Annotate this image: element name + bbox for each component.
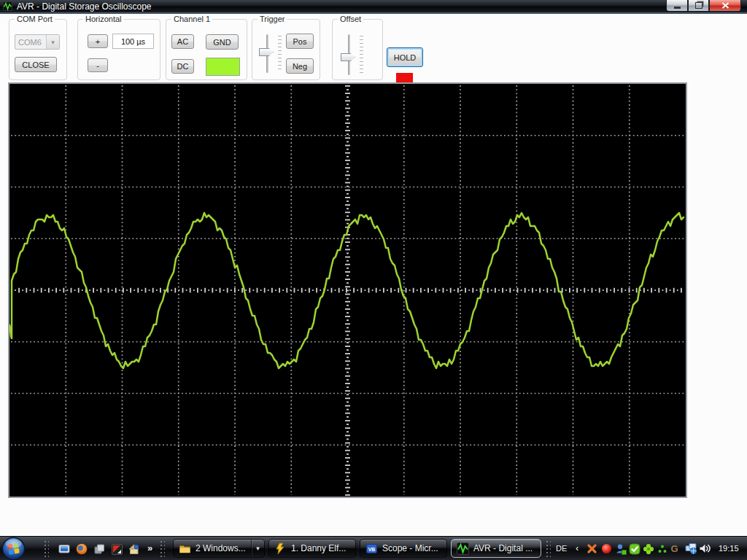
close-window-button[interactable] <box>709 0 741 12</box>
messenger-contact-icon[interactable] <box>614 542 627 555</box>
channel1-color-swatch[interactable] <box>206 58 240 76</box>
offset-slider-thumb[interactable] <box>341 53 355 61</box>
window-controls <box>666 0 741 12</box>
orange-x-icon[interactable] <box>586 542 598 555</box>
trigger-level-slider[interactable] <box>257 34 283 74</box>
scope-display <box>8 82 687 498</box>
trigger-group: Trigger Pos Neg <box>252 19 320 80</box>
offset-slider[interactable] <box>338 34 365 77</box>
com-port-select[interactable]: COM6 ▾ <box>15 34 60 50</box>
timebase-field[interactable]: 100 µs <box>112 34 154 49</box>
quicklaunch-more-button[interactable]: » <box>147 542 152 553</box>
trigger-neg-button[interactable]: Neg <box>286 58 314 74</box>
trigger-pos-button[interactable]: Pos <box>286 34 314 49</box>
tray-expand-chevron[interactable]: ‹ <box>576 542 578 553</box>
home-app-icon[interactable] <box>127 542 142 556</box>
media-icon <box>274 542 287 555</box>
taskband-grip[interactable] <box>160 540 165 558</box>
toolbar: COM Port COM6 ▾ CLOSE Horizontal + 100 µ… <box>0 14 747 82</box>
channel1-label: Channel 1 <box>171 15 212 23</box>
ac-coupling-button[interactable]: AC <box>171 34 194 49</box>
folder-icon <box>179 542 191 555</box>
task-label: 1. Danny Elf... <box>287 543 355 553</box>
restore-button[interactable] <box>688 0 709 12</box>
quicklaunch-grip[interactable] <box>44 540 49 558</box>
green-flower-icon[interactable] <box>642 542 654 555</box>
desktop: AVR - Digital Storage Oscilloscope COM P… <box>0 0 747 560</box>
timebase-plus-button[interactable]: + <box>88 34 108 48</box>
minimize-button[interactable] <box>666 0 688 12</box>
dc-coupling-button[interactable]: DC <box>171 59 194 74</box>
minimize-icon <box>674 7 681 9</box>
task-label: Scope - Micr... <box>378 543 446 553</box>
horizontal-group: Horizontal + 100 µs - <box>77 19 160 80</box>
task-button-windows-group[interactable]: 2 Windows... ▾ <box>173 539 265 558</box>
com-port-label: COM Port <box>15 15 55 23</box>
svg-text:VB: VB <box>368 546 376 551</box>
scope-canvas <box>9 84 686 497</box>
clock[interactable]: 19:15 <box>719 544 739 553</box>
window-title: AVR - Digital Storage Oscilloscope <box>17 1 152 12</box>
close-icon <box>721 2 729 9</box>
tray-grip[interactable] <box>546 540 551 558</box>
task-button-vb-scope[interactable]: VB Scope - Micr... <box>360 539 447 558</box>
task-label: 2 Windows... <box>191 543 251 553</box>
task-label: AVR - Digital ... <box>469 543 541 553</box>
timebase-minus-button[interactable]: - <box>88 58 108 72</box>
offset-label: Offset <box>338 15 363 23</box>
task-button-avr-scope-active[interactable]: AVR - Digital ... <box>451 539 541 558</box>
show-desktop-icon[interactable] <box>57 542 71 556</box>
vb-icon: VB <box>365 542 378 555</box>
network-icon[interactable] <box>685 542 697 555</box>
green-dots-icon[interactable] <box>656 542 668 555</box>
app-waveform-icon <box>3 1 12 11</box>
task-button-media[interactable]: 1. Danny Elf... <box>268 539 356 558</box>
start-button[interactable] <box>1 537 26 560</box>
com-port-group: COM Port COM6 ▾ CLOSE <box>9 19 67 80</box>
g-letter-icon[interactable]: G <box>668 542 681 555</box>
close-port-button[interactable]: CLOSE <box>15 57 57 72</box>
volume-icon[interactable] <box>699 542 711 555</box>
horizontal-label: Horizontal <box>83 15 124 23</box>
com-port-value: COM6 <box>15 38 46 47</box>
channel1-group: Channel 1 AC GND DC <box>166 19 247 80</box>
group-dropdown-arrow[interactable]: ▾ <box>251 540 264 557</box>
red-ball-icon[interactable] <box>600 542 613 555</box>
scope-icon <box>457 542 469 555</box>
trigger-label: Trigger <box>258 15 287 23</box>
offset-group: Offset <box>332 19 383 80</box>
offset-slider-ticks <box>360 36 363 74</box>
trigger-slider-ticks <box>278 36 282 72</box>
taskbar: » 2 Windows... ▾ 1. Danny Elf... VB Scop… <box>0 536 747 560</box>
red-app-icon[interactable] <box>109 542 124 556</box>
trigger-slider-thumb[interactable] <box>259 48 274 56</box>
firefox-icon[interactable] <box>74 542 89 556</box>
title-bar[interactable]: AVR - Digital Storage Oscilloscope <box>0 0 747 12</box>
security-check-icon[interactable] <box>628 542 640 555</box>
language-indicator[interactable]: DE <box>556 544 567 553</box>
gnd-coupling-button[interactable]: GND <box>206 34 239 50</box>
window-switcher-icon[interactable] <box>92 542 107 556</box>
chevron-down-icon: ▾ <box>46 35 59 49</box>
hold-button[interactable]: HOLD <box>387 47 423 67</box>
restore-icon <box>695 2 703 9</box>
